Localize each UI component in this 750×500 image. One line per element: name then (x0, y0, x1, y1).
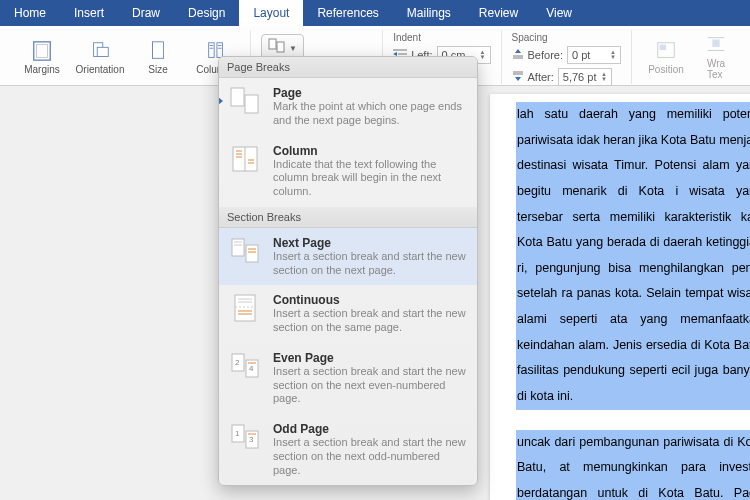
svg-rect-30 (245, 95, 258, 113)
breaks-option-continuous[interactable]: ContinuousInsert a section break and sta… (219, 285, 477, 343)
breaks-dropdown-panel: Page BreaksPageMark the point at which o… (218, 56, 478, 486)
option-title: Page (273, 86, 467, 100)
spacing-group: Spacing Before: 0 pt▲▼ After: 5,76 pt▲▼ (502, 30, 632, 84)
size-label: Size (148, 64, 167, 75)
size-icon (147, 40, 169, 62)
position-button[interactable]: Position (642, 40, 690, 75)
option-description: Indicate that the text following the col… (273, 158, 467, 199)
svg-rect-6 (217, 42, 223, 57)
current-marker-icon (218, 96, 223, 106)
dropdown-header: Page Breaks (219, 57, 477, 78)
svg-rect-25 (660, 44, 666, 50)
svg-rect-29 (231, 88, 244, 106)
size-button[interactable]: Size (134, 40, 182, 75)
option-description: Insert a section break and start the new… (273, 365, 467, 406)
tab-home[interactable]: Home (0, 0, 60, 26)
break-option-icon (229, 236, 263, 266)
wrap-text-button[interactable]: Wra Tex (700, 34, 732, 80)
spacing-before-value: 0 pt (572, 49, 590, 61)
option-title: Odd Page (273, 422, 467, 436)
option-description: Insert a section break and start the new… (273, 250, 467, 278)
breaks-option-even-page[interactable]: 24Even PageInsert a section break and st… (219, 343, 477, 414)
spacing-after-icon (512, 71, 524, 83)
svg-rect-1 (37, 44, 48, 57)
arrange-group: Position Wra Tex (632, 30, 742, 84)
margins-button[interactable]: Margins (18, 40, 66, 75)
spacing-after-label: After: (528, 71, 554, 83)
option-title: Column (273, 144, 467, 158)
selected-text-2[interactable]: uncak dari pembangunan pariwisata di Kot… (516, 430, 750, 501)
tab-view[interactable]: View (532, 0, 586, 26)
svg-rect-26 (712, 40, 719, 47)
option-description: Insert a section break and start the new… (273, 436, 467, 477)
option-description: Mark the point at which one page ends an… (273, 100, 467, 128)
stepper-icon[interactable]: ▲▼ (480, 50, 486, 60)
option-title: Continuous (273, 293, 467, 307)
breaks-icon (268, 38, 286, 58)
position-icon (655, 40, 677, 62)
breaks-option-next-page[interactable]: Next PageInsert a section break and star… (219, 228, 477, 286)
spacing-before-icon (512, 49, 524, 61)
tab-review[interactable]: Review (465, 0, 532, 26)
stepper-icon[interactable]: ▲▼ (610, 50, 616, 60)
svg-rect-3 (97, 47, 108, 56)
margins-label: Margins (24, 64, 60, 75)
spacing-before-field: Before: 0 pt▲▼ (512, 46, 621, 64)
indent-label: Indent (393, 32, 421, 43)
breaks-option-page[interactable]: PageMark the point at which one page end… (219, 78, 477, 136)
spacing-label: Spacing (512, 32, 548, 43)
option-title: Next Page (273, 236, 467, 250)
tab-layout[interactable]: Layout (239, 0, 303, 26)
selected-text-1[interactable]: lah satu daerah yang memiliki potensi pa… (516, 102, 750, 410)
stepper-icon[interactable]: ▲▼ (601, 72, 607, 82)
tab-draw[interactable]: Draw (118, 0, 174, 26)
orientation-label: Orientation (76, 64, 125, 75)
break-option-icon: 13 (229, 422, 263, 452)
spacing-after-value: 5,76 pt (563, 71, 597, 83)
break-option-icon (229, 293, 263, 323)
breaks-option-column[interactable]: ColumnIndicate that the text following t… (219, 136, 477, 207)
svg-text:4: 4 (249, 364, 254, 373)
svg-text:1: 1 (235, 429, 240, 438)
option-description: Insert a section break and start the new… (273, 307, 467, 335)
tab-bar: HomeInsertDrawDesignLayoutReferencesMail… (0, 0, 750, 26)
svg-rect-11 (269, 39, 276, 49)
break-option-icon (229, 86, 263, 116)
option-title: Even Page (273, 351, 467, 365)
breaks-option-odd-page[interactable]: 13Odd PageInsert a section break and sta… (219, 414, 477, 485)
svg-text:3: 3 (249, 435, 254, 444)
page-setup-group: Margins Orientation Size Columns (8, 30, 251, 84)
orientation-icon (89, 40, 111, 62)
orientation-button[interactable]: Orientation (76, 40, 124, 75)
break-option-icon (229, 144, 263, 174)
margins-icon (31, 40, 53, 62)
svg-rect-39 (246, 245, 258, 262)
svg-rect-4 (153, 41, 164, 58)
spacing-before-input[interactable]: 0 pt▲▼ (567, 46, 621, 64)
spacing-after-input[interactable]: 5,76 pt▲▼ (558, 68, 612, 86)
tab-mailings[interactable]: Mailings (393, 0, 465, 26)
wrap-text-label: Wra Tex (707, 58, 725, 80)
tab-references[interactable]: References (303, 0, 392, 26)
spacing-before-label: Before: (528, 49, 563, 61)
chevron-down-icon: ▼ (289, 44, 297, 53)
svg-rect-5 (209, 42, 215, 57)
document-page[interactable]: lah satu daerah yang memiliki potensi pa… (490, 94, 750, 500)
dropdown-header: Section Breaks (219, 207, 477, 228)
spacing-after-field: After: 5,76 pt▲▼ (512, 68, 621, 86)
svg-text:2: 2 (235, 358, 240, 367)
document-area: lah satu daerah yang memiliki potensi pa… (490, 86, 750, 500)
wrap-text-icon (705, 34, 727, 56)
break-option-icon: 24 (229, 351, 263, 381)
tab-insert[interactable]: Insert (60, 0, 118, 26)
position-label: Position (648, 64, 684, 75)
svg-rect-12 (277, 42, 284, 52)
tab-design[interactable]: Design (174, 0, 239, 26)
